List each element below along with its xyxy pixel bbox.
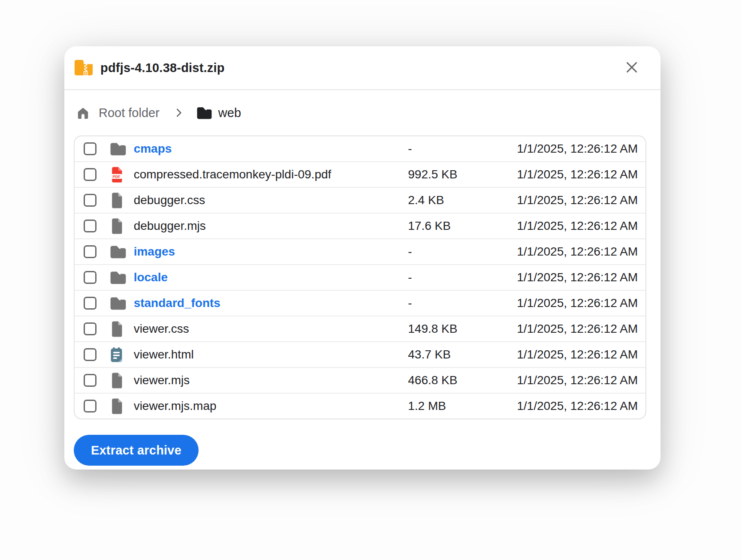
file-size: - <box>408 271 517 284</box>
file-name: viewer.mjs <box>134 373 408 387</box>
row-checkbox[interactable] <box>84 168 97 181</box>
close-icon <box>624 60 639 76</box>
checkbox-cell <box>75 374 110 387</box>
checkbox-cell <box>75 245 110 258</box>
file-size: 2.4 KB <box>408 193 517 207</box>
row-checkbox[interactable] <box>84 245 97 258</box>
breadcrumb-label: Root folder <box>99 106 160 120</box>
svg-text:PDF: PDF <box>113 174 121 178</box>
chevron-right-icon <box>173 107 184 118</box>
folder-icon <box>110 271 134 285</box>
folder-icon <box>196 106 212 120</box>
file-modified: 1/1/2025, 12:26:12 AM <box>517 373 645 387</box>
checkbox-cell <box>75 142 110 155</box>
folder-icon <box>110 296 134 310</box>
row-checkbox[interactable] <box>84 297 97 310</box>
table-row[interactable]: locale - 1/1/2025, 12:26:12 AM <box>75 264 645 290</box>
file-icon <box>110 218 134 234</box>
file-name: debugger.mjs <box>134 219 408 233</box>
table-row[interactable]: PDF compressed.tracemonkey-pldi-09.pdf 9… <box>75 161 645 187</box>
checkbox-cell <box>75 194 110 207</box>
file-size: 17.6 KB <box>408 219 517 233</box>
file-name: debugger.css <box>134 193 408 207</box>
file-size: - <box>408 142 517 156</box>
table-row[interactable]: debugger.mjs 17.6 KB 1/1/2025, 12:26:12 … <box>75 213 645 238</box>
table-row[interactable]: viewer.mjs 466.8 KB 1/1/2025, 12:26:12 A… <box>75 367 645 393</box>
file-name[interactable]: cmaps <box>134 142 408 156</box>
file-name[interactable]: locale <box>134 271 408 284</box>
file-modified: 1/1/2025, 12:26:12 AM <box>517 245 645 259</box>
file-name[interactable]: images <box>134 245 408 259</box>
checkbox-cell <box>75 400 110 412</box>
file-icon <box>110 373 134 388</box>
file-modified: 1/1/2025, 12:26:12 AM <box>517 271 645 284</box>
zip-viewer-dialog: pdfjs-4.10.38-dist.zip Root folder <box>64 46 661 470</box>
checkbox-cell <box>75 348 110 361</box>
home-icon <box>76 106 90 120</box>
file-name: compressed.tracemonkey-pldi-09.pdf <box>134 168 408 181</box>
file-size: 466.8 KB <box>408 373 517 387</box>
file-size: - <box>408 245 517 259</box>
table-row[interactable]: images - 1/1/2025, 12:26:12 AM <box>75 238 645 264</box>
file-modified: 1/1/2025, 12:26:12 AM <box>517 399 645 413</box>
file-icon <box>110 193 134 208</box>
table-row[interactable]: viewer.css 149.8 KB 1/1/2025, 12:26:12 A… <box>75 316 645 341</box>
file-modified: 1/1/2025, 12:26:12 AM <box>517 296 645 310</box>
archive-title: pdfjs-4.10.38-dist.zip <box>100 61 225 75</box>
breadcrumb-root-folder[interactable]: Root folder <box>76 106 160 120</box>
checkbox-cell <box>75 322 110 335</box>
breadcrumb-current-folder: web <box>196 106 241 120</box>
row-checkbox[interactable] <box>84 348 97 361</box>
close-button[interactable] <box>621 57 642 78</box>
checkbox-cell <box>75 297 110 310</box>
file-icon <box>110 398 134 414</box>
file-name: viewer.html <box>134 348 408 361</box>
file-name: viewer.css <box>134 322 408 336</box>
file-modified: 1/1/2025, 12:26:12 AM <box>517 168 645 181</box>
table-row[interactable]: standard_fonts - 1/1/2025, 12:26:12 AM <box>75 290 645 316</box>
row-checkbox[interactable] <box>84 374 97 387</box>
table-row[interactable]: viewer.html 43.7 KB 1/1/2025, 12:26:12 A… <box>75 341 645 367</box>
folder-icon <box>110 245 134 259</box>
file-modified: 1/1/2025, 12:26:12 AM <box>517 219 645 233</box>
file-size: 1.2 MB <box>408 399 517 413</box>
file-modified: 1/1/2025, 12:26:12 AM <box>517 348 645 361</box>
folder-icon <box>110 142 134 156</box>
row-checkbox[interactable] <box>84 194 97 207</box>
file-size: - <box>408 296 517 310</box>
breadcrumb-label: web <box>218 106 241 120</box>
html-file-icon <box>110 347 134 363</box>
row-checkbox[interactable] <box>84 400 97 412</box>
row-checkbox[interactable] <box>84 322 97 335</box>
zip-folder-icon <box>74 59 94 76</box>
file-icon <box>110 321 134 337</box>
file-size: 992.5 KB <box>408 168 517 181</box>
breadcrumb: Root folder web <box>64 90 661 135</box>
table-row[interactable]: viewer.mjs.map 1.2 MB 1/1/2025, 12:26:12… <box>75 393 645 418</box>
file-modified: 1/1/2025, 12:26:12 AM <box>517 142 645 156</box>
extract-archive-button[interactable]: Extract archive <box>74 435 199 466</box>
file-table: cmaps - 1/1/2025, 12:26:12 AM PDF compre… <box>74 135 646 419</box>
pdf-file-icon: PDF <box>110 167 134 183</box>
file-modified: 1/1/2025, 12:26:12 AM <box>517 193 645 207</box>
table-row[interactable]: debugger.css 2.4 KB 1/1/2025, 12:26:12 A… <box>75 187 645 213</box>
file-size: 43.7 KB <box>408 348 517 361</box>
file-name[interactable]: standard_fonts <box>134 296 408 310</box>
file-modified: 1/1/2025, 12:26:12 AM <box>517 322 645 336</box>
checkbox-cell <box>75 168 110 181</box>
file-name: viewer.mjs.map <box>134 399 408 413</box>
checkbox-cell <box>75 271 110 284</box>
row-checkbox[interactable] <box>84 142 97 155</box>
row-checkbox[interactable] <box>84 220 97 232</box>
checkbox-cell <box>75 220 110 232</box>
file-size: 149.8 KB <box>408 322 517 336</box>
table-row[interactable]: cmaps - 1/1/2025, 12:26:12 AM <box>75 136 645 161</box>
dialog-header: pdfjs-4.10.38-dist.zip <box>64 46 661 90</box>
row-checkbox[interactable] <box>84 271 97 284</box>
